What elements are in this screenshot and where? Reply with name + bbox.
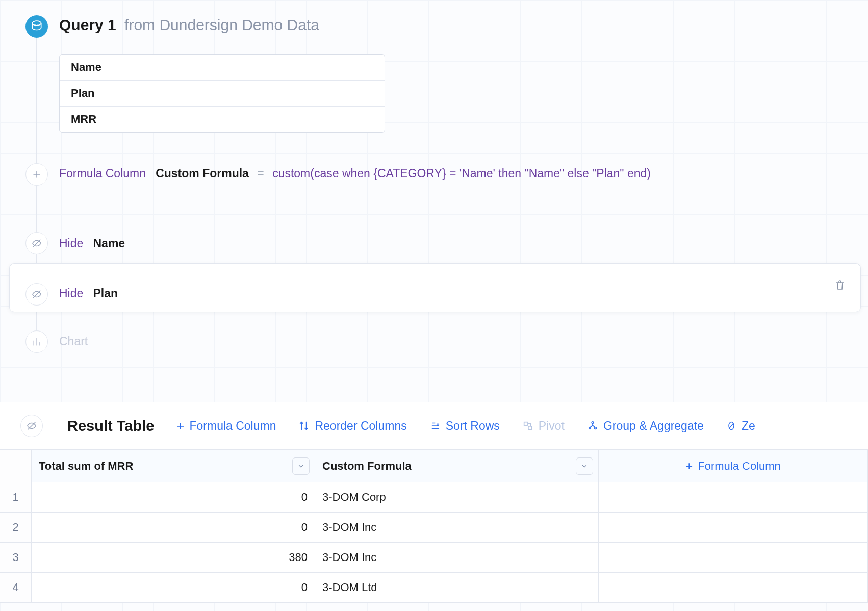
svg-point-7 [595, 427, 597, 429]
column-header-label: Total sum of MRR [39, 460, 133, 473]
result-table: Total sum of MRR Custom Formula + Formul… [0, 449, 868, 603]
action-label: Pivot [539, 419, 565, 433]
plus-icon: + [176, 418, 184, 434]
pivot-action[interactable]: Pivot [522, 419, 565, 433]
formula-step-label: Formula Column [59, 167, 146, 180]
cell-custom-formula[interactable]: 3-DOM Inc [315, 543, 599, 573]
column-header-custom[interactable]: Custom Formula [315, 450, 599, 482]
hide-name-step[interactable]: Hide Name [59, 237, 125, 250]
svg-point-2 [37, 25, 39, 27]
row-number: 4 [0, 573, 32, 603]
zero-icon [726, 421, 736, 431]
plus-icon: + [685, 459, 693, 473]
query-title-text: Query 1 [59, 16, 116, 33]
column-header-mrr[interactable]: Total sum of MRR [32, 450, 315, 482]
row-number: 3 [0, 543, 32, 573]
chart-step-label[interactable]: Chart [59, 335, 88, 348]
pivot-icon [522, 420, 533, 431]
add-formula-column-header[interactable]: + Formula Column [599, 450, 868, 482]
svg-point-6 [589, 427, 591, 429]
action-label: Sort Rows [446, 419, 500, 433]
cell-empty [599, 573, 868, 603]
zero-action[interactable]: Ze [726, 419, 755, 433]
cell-empty [599, 543, 868, 573]
svg-point-5 [592, 422, 594, 424]
svg-point-0 [32, 21, 41, 26]
selected-column[interactable]: MRR [60, 107, 385, 132]
cell-mrr[interactable]: 0 [32, 573, 315, 603]
active-step-card [9, 263, 861, 312]
query-title[interactable]: Query 1 from Dundersign Demo Data [59, 16, 319, 34]
cell-custom-formula[interactable]: 3-DOM Corp [315, 482, 599, 513]
sort-icon [429, 420, 441, 431]
action-label: Group & Aggregate [603, 419, 704, 433]
add-step-icon[interactable] [25, 163, 48, 186]
column-menu-button[interactable] [292, 457, 310, 475]
hide-column-name: Name [93, 237, 125, 250]
reorder-icon [298, 420, 310, 431]
result-table-title: Result Table [67, 418, 154, 435]
hide-column-name: Plan [93, 287, 118, 300]
reorder-columns-action[interactable]: Reorder Columns [298, 419, 406, 433]
svg-point-1 [35, 25, 37, 27]
formula-step[interactable]: Formula Column Custom Formula = custom(c… [59, 164, 773, 183]
hide-icon[interactable] [25, 232, 48, 254]
datasource-icon[interactable] [25, 15, 48, 38]
visibility-icon[interactable] [20, 415, 43, 437]
action-label: Formula Column [189, 419, 276, 433]
hide-verb: Hide [59, 287, 83, 300]
selected-column[interactable]: Name [60, 55, 385, 81]
cell-empty [599, 482, 868, 513]
delete-step-button[interactable] [834, 279, 846, 294]
hide-icon[interactable] [25, 283, 48, 306]
row-number: 1 [0, 482, 32, 513]
action-label: Reorder Columns [315, 419, 406, 433]
chart-step-icon[interactable] [25, 330, 48, 353]
action-label: Ze [742, 419, 755, 433]
svg-rect-4 [528, 426, 531, 429]
svg-rect-3 [524, 422, 527, 425]
column-header-label: Custom Formula [322, 460, 412, 473]
equals-symbol: = [257, 167, 264, 180]
formula-expression: custom(case when {CATEGORY} = 'Name' the… [272, 167, 651, 180]
column-menu-button[interactable] [576, 457, 593, 475]
query-from-prefix: from [124, 16, 155, 33]
sort-rows-action[interactable]: Sort Rows [429, 419, 500, 433]
hide-plan-step[interactable]: Hide Plan [59, 287, 118, 300]
cell-mrr[interactable]: 0 [32, 482, 315, 513]
cell-custom-formula[interactable]: 3-DOM Ltd [315, 573, 599, 603]
row-number-header [0, 450, 32, 482]
query-datasource: Dundersign Demo Data [159, 16, 319, 33]
result-section: Result Table + Formula Column Reorder Co… [0, 402, 868, 603]
hide-verb: Hide [59, 237, 83, 250]
cell-empty [599, 513, 868, 543]
group-aggregate-action[interactable]: Group & Aggregate [587, 419, 704, 433]
formula-column-name: Custom Formula [156, 167, 249, 180]
group-icon [587, 420, 598, 431]
cell-custom-formula[interactable]: 3-DOM Inc [315, 513, 599, 543]
row-number: 2 [0, 513, 32, 543]
selected-columns-box[interactable]: Name Plan MRR [59, 54, 385, 133]
cell-mrr[interactable]: 0 [32, 513, 315, 543]
add-formula-column-action[interactable]: + Formula Column [176, 418, 276, 434]
cell-mrr[interactable]: 380 [32, 543, 315, 573]
selected-column[interactable]: Plan [60, 81, 385, 107]
add-column-label: Formula Column [698, 460, 781, 473]
